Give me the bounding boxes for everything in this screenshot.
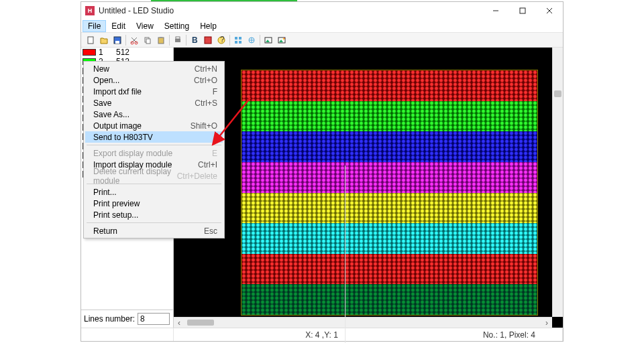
app-icon: H (85, 6, 95, 15)
menu-item-accelerator: Ctrl+Delete (177, 172, 217, 181)
menu-item-print-preview[interactable]: Print preview (85, 198, 223, 209)
line-number: 1 (99, 48, 116, 57)
cut-icon[interactable] (127, 34, 141, 46)
toolbar: B ? (81, 33, 563, 48)
svg-rect-12 (146, 39, 150, 44)
svg-rect-23 (235, 41, 237, 44)
led-band-green (241, 101, 537, 132)
help-icon[interactable]: ? (215, 34, 228, 46)
vertical-scrollbar[interactable] (552, 48, 563, 317)
menu-item-accelerator: Ctrl+I (198, 160, 217, 169)
copy-icon[interactable] (141, 34, 154, 46)
menu-item-print-setup[interactable]: Print setup... (85, 209, 223, 220)
menu-item-label: Export display module (93, 149, 212, 158)
image-a-icon[interactable] (262, 34, 275, 46)
menu-item-print[interactable]: Print... (85, 186, 223, 198)
led-canvas[interactable]: ‹› (174, 48, 563, 328)
lines-number-input[interactable] (138, 313, 170, 325)
svg-rect-15 (175, 39, 180, 42)
open-icon[interactable] (97, 34, 111, 46)
led-band-red (241, 70, 537, 101)
menu-separator (87, 145, 221, 145)
menu-item-delete-current-display-module: Delete current display moduleCtrl+Delete (85, 170, 223, 182)
svg-rect-18 (205, 37, 211, 44)
titlebar: H Untitled - LED Studio (81, 2, 563, 19)
led-band-cyan (241, 223, 537, 254)
menu-item-output-image[interactable]: Output imageShift+O (85, 120, 223, 131)
image-b-icon[interactable] (275, 34, 288, 46)
menu-item-save-as[interactable]: Save As... (85, 109, 223, 120)
menu-view[interactable]: View (131, 20, 159, 32)
toolbar-separator (260, 35, 260, 46)
led-grid (241, 70, 538, 316)
toolbar-separator (186, 35, 186, 46)
svg-rect-21 (235, 37, 237, 40)
svg-rect-13 (158, 38, 164, 44)
svg-text:B: B (192, 36, 198, 45)
menu-item-return[interactable]: ReturnEsc (85, 225, 223, 236)
statusbar: X: 4 ,Y: 1 No.: 1, Pixel: 4 (81, 328, 563, 341)
file-menu-dropdown: NewCtrl+NOpen...Ctrl+OImport dxf fileFSa… (83, 61, 225, 238)
menu-item-accelerator: Ctrl+N (195, 64, 217, 74)
menu-separator (87, 222, 221, 223)
menu-help[interactable]: Help (195, 20, 222, 32)
toolbar-separator (229, 35, 230, 46)
menu-item-label: Send to H803TV (93, 133, 217, 142)
menu-item-save[interactable]: SaveCtrl+S (85, 97, 223, 109)
menu-item-label: New (93, 64, 195, 74)
menu-item-import-dxf-file[interactable]: Import dxf fileF (85, 86, 223, 97)
bold-icon[interactable]: B (188, 34, 201, 46)
svg-rect-1 (520, 8, 525, 13)
menu-edit[interactable]: Edit (106, 20, 131, 32)
minimize-button[interactable] (482, 2, 509, 19)
print-icon[interactable] (171, 34, 184, 46)
led-band-magenta (241, 162, 537, 193)
menu-item-send-to-h803tv[interactable]: Send to H803TV (85, 131, 223, 143)
led-band-blue (241, 131, 537, 162)
menu-item-open[interactable]: Open...Ctrl+O (85, 74, 223, 86)
paste-icon[interactable] (154, 34, 168, 46)
lines-number-label: Lines number: (84, 314, 135, 324)
svg-rect-24 (239, 41, 241, 44)
svg-rect-16 (176, 37, 180, 39)
window-controls (482, 2, 563, 19)
svg-rect-4 (88, 37, 93, 44)
grid-a-icon[interactable] (231, 34, 245, 46)
horizontal-scrollbar[interactable]: ‹› (174, 317, 552, 328)
menu-item-label: Print... (93, 188, 217, 197)
menu-item-new[interactable]: NewCtrl+N (85, 63, 223, 74)
status-pixel: No.: 1, Pixel: 4 (476, 328, 563, 341)
svg-rect-14 (160, 37, 162, 38)
save-icon[interactable] (111, 34, 124, 46)
menu-item-label: Output image (93, 121, 191, 131)
led-band-yellow (241, 193, 537, 224)
led-band-darkgreen (241, 284, 537, 315)
line-value: 512 (116, 48, 129, 57)
menu-setting[interactable]: Setting (159, 20, 195, 32)
lines-number-footer: Lines number: (81, 310, 173, 328)
red-square-icon[interactable] (201, 34, 215, 46)
menu-item-accelerator: Ctrl+O (194, 76, 217, 85)
toolbar-separator (125, 35, 126, 46)
close-button[interactable] (536, 2, 563, 19)
menu-item-label: Save As... (93, 110, 217, 119)
led-band-red-2 (241, 254, 537, 285)
menu-item-label: Delete current display module (93, 167, 177, 186)
maximize-button[interactable] (509, 2, 536, 19)
menu-item-accelerator: Esc (204, 226, 217, 236)
menubar: FileEditViewSettingHelp (81, 19, 563, 33)
menu-item-accelerator: F (213, 87, 217, 96)
window-title: Untitled - LED Studio (99, 6, 482, 15)
menu-file[interactable]: File (83, 20, 106, 32)
toolbar-separator (169, 35, 170, 46)
grid-b-icon[interactable] (245, 34, 258, 46)
new-icon[interactable] (84, 34, 97, 46)
menu-item-label: Print setup... (93, 210, 217, 220)
menu-item-accelerator: Shift+O (191, 121, 217, 131)
menu-item-label: Print preview (93, 199, 217, 208)
svg-rect-22 (239, 37, 241, 40)
status-left-spacer (81, 328, 174, 341)
status-coordinates: X: 4 ,Y: 1 (299, 165, 345, 344)
menu-item-label: Open... (93, 76, 194, 85)
line-row[interactable]: 1512 (81, 48, 173, 57)
